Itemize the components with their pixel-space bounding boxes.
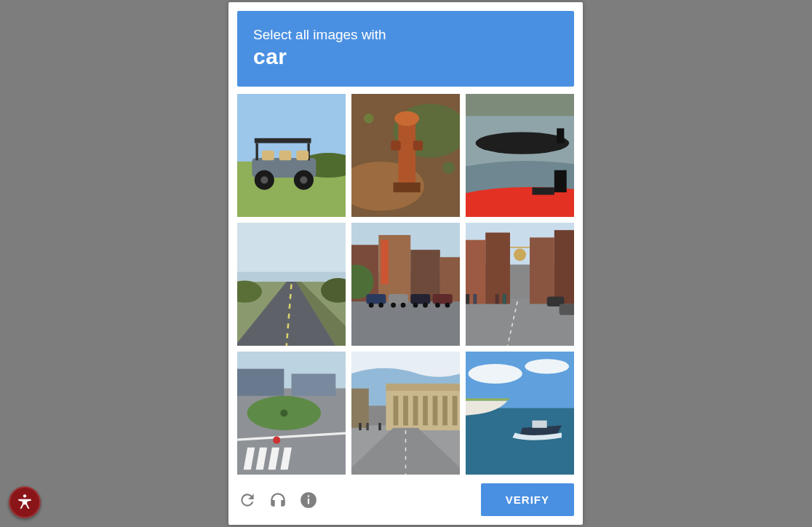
- info-icon: [299, 491, 318, 510]
- svg-rect-89: [394, 396, 399, 426]
- svg-point-78: [280, 409, 287, 416]
- tile-image: [466, 94, 574, 217]
- svg-rect-66: [466, 294, 469, 304]
- svg-point-51: [378, 303, 383, 308]
- svg-point-18: [442, 162, 455, 174]
- svg-point-52: [391, 303, 396, 308]
- svg-point-54: [413, 303, 418, 308]
- grid-tile-0[interactable]: [237, 94, 346, 217]
- grid-tile-6[interactable]: [237, 352, 346, 475]
- svg-rect-0: [237, 94, 346, 162]
- svg-rect-63: [554, 230, 574, 304]
- svg-rect-92: [423, 396, 428, 426]
- svg-rect-69: [503, 294, 506, 304]
- svg-rect-98: [366, 423, 368, 430]
- svg-rect-62: [530, 237, 554, 304]
- svg-rect-42: [410, 250, 440, 301]
- svg-rect-96: [351, 389, 369, 428]
- svg-point-50: [369, 303, 374, 308]
- svg-rect-21: [391, 140, 401, 151]
- tile-image: [466, 223, 574, 346]
- svg-rect-76: [292, 373, 336, 395]
- svg-rect-30: [237, 223, 346, 278]
- captcha-footer: VERIFY: [237, 475, 574, 516]
- svg-rect-88: [386, 384, 460, 391]
- svg-rect-68: [495, 294, 499, 304]
- svg-rect-22: [413, 140, 423, 151]
- svg-point-84: [273, 437, 280, 444]
- grid-tile-5[interactable]: [466, 223, 574, 346]
- svg-point-104: [525, 359, 569, 373]
- svg-rect-90: [403, 396, 408, 426]
- svg-point-110: [23, 494, 26, 497]
- image-grid: [237, 94, 574, 475]
- svg-point-17: [364, 114, 374, 124]
- info-button[interactable]: [298, 490, 319, 510]
- captcha-card: Select all images with car: [228, 2, 583, 525]
- svg-rect-19: [398, 119, 415, 186]
- svg-rect-25: [466, 94, 574, 116]
- svg-rect-106: [532, 421, 546, 428]
- verify-button[interactable]: VERIFY: [481, 483, 574, 516]
- footer-icon-group: [237, 490, 319, 510]
- tile-image: [466, 352, 574, 475]
- svg-rect-93: [433, 396, 438, 426]
- svg-rect-91: [413, 396, 418, 426]
- svg-rect-97: [359, 423, 361, 430]
- svg-rect-27: [557, 128, 564, 143]
- audio-button[interactable]: [268, 490, 288, 510]
- tile-image: [237, 223, 346, 346]
- svg-rect-99: [378, 423, 381, 430]
- svg-rect-109: [308, 495, 309, 496]
- svg-rect-67: [473, 294, 477, 304]
- svg-point-53: [401, 303, 406, 308]
- svg-rect-39: [351, 296, 460, 346]
- svg-rect-71: [560, 304, 574, 315]
- svg-rect-9: [296, 151, 309, 161]
- svg-point-103: [469, 364, 522, 384]
- svg-rect-47: [389, 294, 408, 304]
- svg-rect-48: [410, 294, 430, 304]
- svg-point-57: [445, 303, 450, 308]
- instruction-prefix: Select all images with: [253, 27, 558, 43]
- svg-point-20: [394, 111, 419, 126]
- svg-rect-108: [308, 498, 309, 504]
- grid-tile-3[interactable]: [237, 223, 346, 346]
- svg-rect-28: [554, 170, 567, 192]
- reload-button[interactable]: [237, 490, 258, 510]
- svg-rect-23: [394, 183, 421, 193]
- grid-tile-4[interactable]: [351, 223, 460, 346]
- headphones-icon: [268, 491, 287, 510]
- accessibility-icon: [15, 493, 34, 512]
- accessibility-button[interactable]: [9, 486, 41, 518]
- svg-rect-94: [442, 396, 447, 426]
- grid-tile-2[interactable]: [466, 94, 574, 217]
- tile-image: [237, 94, 346, 217]
- svg-rect-105: [466, 408, 574, 475]
- svg-rect-7: [262, 151, 274, 161]
- captcha-header: Select all images with car: [237, 11, 574, 87]
- svg-rect-49: [433, 294, 453, 304]
- svg-point-64: [514, 248, 526, 261]
- instruction-target: car: [253, 44, 558, 69]
- svg-point-12: [260, 176, 268, 183]
- svg-rect-61: [485, 233, 510, 304]
- svg-point-26: [476, 132, 569, 154]
- svg-rect-29: [532, 187, 554, 194]
- svg-rect-95: [453, 396, 458, 426]
- svg-rect-75: [237, 369, 284, 396]
- tile-image: [237, 352, 346, 475]
- svg-point-55: [423, 303, 428, 308]
- grid-tile-1[interactable]: [351, 94, 460, 217]
- tile-image: [351, 223, 460, 346]
- tile-image: [351, 352, 460, 475]
- svg-rect-44: [381, 240, 389, 285]
- svg-rect-4: [255, 138, 311, 143]
- grid-tile-7[interactable]: [351, 352, 460, 475]
- grid-tile-8[interactable]: [466, 352, 574, 475]
- svg-rect-46: [366, 294, 386, 304]
- reload-icon: [238, 491, 257, 510]
- svg-point-13: [300, 176, 307, 183]
- tile-image: [351, 94, 460, 217]
- svg-rect-8: [279, 151, 292, 161]
